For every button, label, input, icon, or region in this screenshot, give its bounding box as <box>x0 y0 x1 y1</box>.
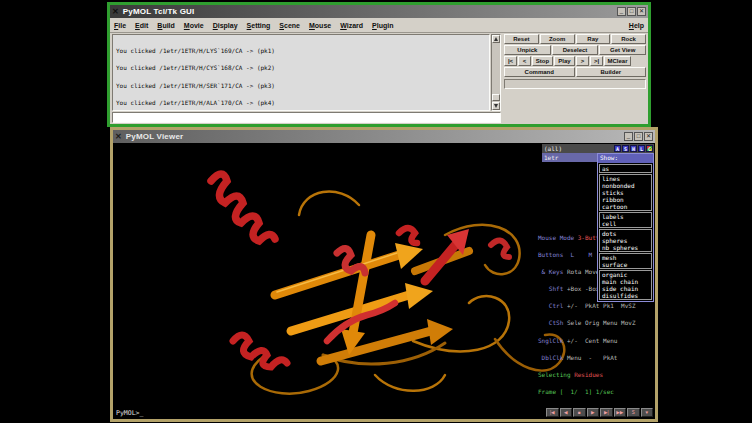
window-menu-icon[interactable]: ✕ <box>115 133 122 141</box>
show-button[interactable]: S <box>622 145 629 152</box>
menu-movie[interactable]: Movie <box>184 22 204 29</box>
menu-item-organic[interactable]: organic <box>600 271 651 278</box>
menu-item-lines[interactable]: lines <box>600 175 651 182</box>
arrow-down-icon <box>494 104 498 108</box>
menu-item-surface[interactable]: surface <box>600 261 651 268</box>
object-row-all[interactable]: (all) A S H L C <box>542 144 654 153</box>
menu-setting[interactable]: Setting <box>247 22 271 29</box>
movie-prev-button[interactable]: < <box>518 56 531 66</box>
console-scrollbar[interactable] <box>491 34 501 111</box>
movie-play-button[interactable]: Play <box>554 56 575 66</box>
color-button[interactable]: C <box>646 145 653 152</box>
label-button[interactable]: L <box>638 145 645 152</box>
console-line: You clicked /1etr/1ETR/H/LYS`169/CA -> (… <box>116 48 489 54</box>
mouse-row-key: Ctrl <box>538 302 563 309</box>
window-menu-icon[interactable]: ✕ <box>112 8 119 16</box>
menu-file[interactable]: File <box>114 22 126 29</box>
arrow-up-icon <box>494 37 498 41</box>
menu-help[interactable]: Help <box>629 22 644 29</box>
console-output[interactable]: You clicked /1etr/1ETR/H/LYS`169/CA -> (… <box>112 34 490 111</box>
scroll-thumb[interactable] <box>492 94 500 101</box>
show-menu: Show: as lines nonbonded sticks ribbon c… <box>597 153 654 302</box>
menu-item-sticks[interactable]: sticks <box>600 189 651 196</box>
movie-first-button[interactable]: |< <box>504 56 517 66</box>
mouse-row-key: DblClk <box>538 354 563 361</box>
tcltk-titlebar[interactable]: ✕ PyMOL Tcl/Tk GUI _ □ ✕ <box>110 5 648 18</box>
menu-item-dots[interactable]: dots <box>600 230 651 237</box>
viewer-window-title: PyMOL Viewer <box>126 132 184 141</box>
console-line: You clicked /1etr/1ETR/H/ALA`170/CA -> (… <box>116 100 489 106</box>
maximize-button[interactable]: □ <box>627 7 636 16</box>
deselect-button[interactable]: Deselect <box>552 45 599 55</box>
frame-last-button[interactable]: ▶▶ <box>614 408 627 417</box>
selecting-value[interactable]: Residues <box>574 371 603 378</box>
frame-next-button[interactable]: ▶| <box>600 408 613 417</box>
menu-wizard[interactable]: Wizard <box>340 22 363 29</box>
pymol-prompt[interactable]: PyMOL>_ <box>116 409 143 417</box>
zoom-button[interactable]: Zoom <box>540 34 575 44</box>
minimize-button[interactable]: _ <box>617 7 626 16</box>
movie-next-button[interactable]: > <box>576 56 589 66</box>
viewport-3d[interactable]: (all) A S H L C 1etr Show: as lines <box>113 143 655 419</box>
maximize-button[interactable]: □ <box>634 132 643 141</box>
frame-play-button[interactable]: ▶ <box>587 408 600 417</box>
menu-item-nb-spheres[interactable]: nb_spheres <box>600 244 651 251</box>
menu-item-mesh[interactable]: mesh <box>600 254 651 261</box>
menu-item-labels[interactable]: labels <box>600 213 651 220</box>
action-button[interactable]: A <box>614 145 621 152</box>
menu-build[interactable]: Build <box>157 22 175 29</box>
console-line: You clicked /1etr/1ETR/H/CYS`168/CA -> (… <box>116 65 489 71</box>
mouse-row-key: CtSh <box>538 319 563 326</box>
mouse-row-vals: Sele Orig Menu MovZ <box>563 319 635 326</box>
menubar: File Edit Build Movie Display Setting Sc… <box>110 18 648 33</box>
scroll-down-button[interactable] <box>492 102 500 110</box>
menu-item-side-chain[interactable]: side chain <box>600 285 651 292</box>
close-button[interactable]: ✕ <box>637 7 646 16</box>
movie-stop-button[interactable]: Stop <box>532 56 553 66</box>
menu-item-cartoon[interactable]: cartoon <box>600 203 651 210</box>
rock-button[interactable]: Rock <box>611 34 646 44</box>
menu-item-nonbonded[interactable]: nonbonded <box>600 182 651 189</box>
object-label: (all) <box>544 145 562 152</box>
ray-button[interactable]: Ray <box>576 34 611 44</box>
frame-first-button[interactable]: |◀ <box>546 408 559 417</box>
get-view-button[interactable]: Get View <box>599 45 646 55</box>
menu-display[interactable]: Display <box>213 22 238 29</box>
menu-edit[interactable]: Edit <box>135 22 148 29</box>
frame-indicator: Frame [ 1/ 1] 1/sec <box>538 388 614 395</box>
viewer-titlebar[interactable]: ✕ PyMOL Viewer _ □ ✕ <box>113 130 655 143</box>
frame-stop-button[interactable]: ■ <box>573 408 586 417</box>
unpick-button[interactable]: Unpick <box>504 45 551 55</box>
menu-item-main-chain[interactable]: main chain <box>600 278 651 285</box>
hide-button[interactable]: H <box>630 145 637 152</box>
control-panel: Reset Zoom Ray Rock Unpick Deselect Get … <box>502 33 648 125</box>
builder-tab-button[interactable]: Builder <box>576 67 647 77</box>
command-tab-button[interactable]: Command <box>504 67 575 77</box>
object-label: 1etr <box>544 154 558 161</box>
menu-item-ribbon[interactable]: ribbon <box>600 196 651 203</box>
command-input[interactable] <box>112 112 501 123</box>
mclear-button[interactable]: MClear <box>604 56 631 66</box>
menu-item-disulfides[interactable]: disulfides <box>600 292 651 299</box>
console-line: You clicked /1etr/1ETR/H/SER`171/CA -> (… <box>116 83 489 89</box>
viewer-window: ✕ PyMOL Viewer _ □ ✕ <box>110 127 658 422</box>
movie-controls: |◀ ◀ ■ ▶ ▶| ▶▶ S ▼ <box>546 408 653 417</box>
show-menu-header: Show: <box>598 154 653 163</box>
minimize-button[interactable]: _ <box>624 132 633 141</box>
menu-mouse[interactable]: Mouse <box>309 22 331 29</box>
frame-prev-button[interactable]: ◀ <box>560 408 573 417</box>
menu-item-as[interactable]: as <box>600 165 651 172</box>
mouse-row-vals: +/- PkAt Pk1 MvSZ <box>563 302 635 309</box>
close-button[interactable]: ✕ <box>644 132 653 141</box>
frame-menu-button[interactable]: ▼ <box>641 408 654 417</box>
menu-item-spheres[interactable]: spheres <box>600 237 651 244</box>
scroll-up-button[interactable] <box>492 35 500 43</box>
feedback-strip <box>504 79 646 89</box>
menu-scene[interactable]: Scene <box>279 22 300 29</box>
menu-item-cell[interactable]: cell <box>600 220 651 227</box>
movie-last-button[interactable]: >| <box>590 56 603 66</box>
reset-button[interactable]: Reset <box>504 34 539 44</box>
mouse-row-key: SnglClk <box>538 337 563 344</box>
frame-scene-button[interactable]: S <box>627 408 640 417</box>
menu-plugin[interactable]: Plugin <box>372 22 393 29</box>
